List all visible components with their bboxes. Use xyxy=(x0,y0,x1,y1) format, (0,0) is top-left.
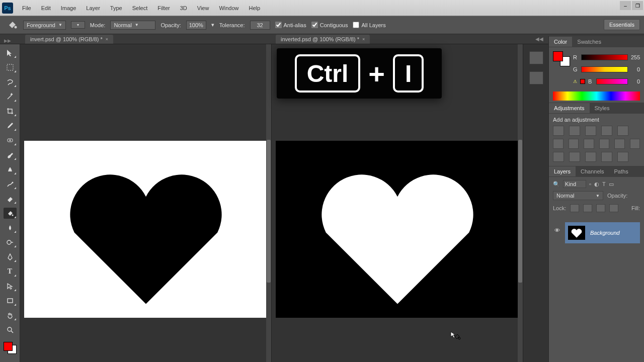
history-brush-tool[interactable] xyxy=(4,178,17,190)
filter-kind-input[interactable] xyxy=(563,180,586,188)
eyedropper-tool[interactable] xyxy=(4,120,17,131)
contiguous-checkbox[interactable]: Contiguous xyxy=(311,22,348,28)
gradient-map-icon[interactable] xyxy=(601,152,612,162)
lock-transparency-icon[interactable] xyxy=(570,204,579,212)
window-restore-button[interactable]: ❐ xyxy=(632,1,643,10)
zoom-tool[interactable] xyxy=(4,324,17,335)
close-icon[interactable]: × xyxy=(362,37,365,42)
tab-swatches[interactable]: Swatches xyxy=(572,37,606,47)
layer-row-background[interactable]: Background xyxy=(565,222,640,243)
menu-type[interactable]: Type xyxy=(105,2,127,14)
lock-pixels-icon[interactable] xyxy=(583,204,592,212)
menu-help[interactable]: Help xyxy=(244,2,266,14)
tab-layers[interactable]: Layers xyxy=(549,166,576,176)
layer-blend-dropdown[interactable]: Normal▼ xyxy=(553,191,603,200)
brightness-icon[interactable] xyxy=(553,126,564,136)
path-select-tool[interactable] xyxy=(4,281,17,292)
fill-source-dropdown[interactable]: Foreground▼ xyxy=(23,21,66,30)
window-minimize-button[interactable]: – xyxy=(620,1,631,10)
pen-tool[interactable] xyxy=(4,251,17,262)
levels-icon[interactable] xyxy=(569,126,580,136)
healing-brush-tool[interactable] xyxy=(4,135,17,146)
threshold-icon[interactable] xyxy=(585,152,596,162)
photo-filter-icon[interactable] xyxy=(584,139,594,149)
exposure-icon[interactable] xyxy=(601,126,612,136)
g-value[interactable]: 0 xyxy=(631,66,640,72)
selective-color-icon[interactable] xyxy=(617,152,628,162)
hue-icon[interactable] xyxy=(553,139,564,149)
toolbar-collapse-icon[interactable]: ▶▶ xyxy=(4,38,11,43)
tab-adjustments[interactable]: Adjustments xyxy=(549,103,590,113)
brush-tool[interactable] xyxy=(4,149,17,160)
lock-position-icon[interactable] xyxy=(596,204,605,212)
layer-visibility-toggle[interactable]: 👁 xyxy=(553,226,561,234)
vertical-scrollbar[interactable] xyxy=(266,44,271,362)
vibrance-icon[interactable] xyxy=(617,126,628,136)
canvas-left[interactable] xyxy=(24,141,267,318)
dodge-tool[interactable] xyxy=(4,237,17,248)
antialias-checkbox[interactable]: Anti-alias xyxy=(275,22,306,28)
document-tab-right[interactable]: inverted.psd @ 100% (RGB/8) * × xyxy=(276,35,370,44)
hand-tool[interactable] xyxy=(4,310,17,321)
marquee-tool[interactable] xyxy=(4,62,17,73)
b-slider[interactable] xyxy=(596,78,628,84)
blur-tool[interactable] xyxy=(4,222,17,233)
menu-file[interactable]: File xyxy=(17,2,36,14)
color-ramp[interactable] xyxy=(553,92,640,101)
more-icon[interactable] xyxy=(630,139,640,149)
invert-icon[interactable] xyxy=(553,152,564,162)
clone-stamp-tool[interactable] xyxy=(4,164,17,175)
move-tool[interactable] xyxy=(4,47,17,58)
g-slider[interactable] xyxy=(581,66,628,72)
b-value[interactable]: 0 xyxy=(631,78,640,84)
filter-type-icon[interactable]: T xyxy=(602,181,606,187)
tolerance-input[interactable] xyxy=(250,21,270,30)
web-color-swatch[interactable] xyxy=(580,79,585,84)
chevron-down-icon[interactable]: ▾ xyxy=(211,22,214,28)
tab-paths[interactable]: Paths xyxy=(609,166,633,176)
menu-layer[interactable]: Layer xyxy=(81,2,105,14)
tab-color[interactable]: Color xyxy=(549,37,572,47)
eraser-tool[interactable] xyxy=(4,193,17,204)
r-value[interactable]: 255 xyxy=(631,54,640,60)
menu-3d[interactable]: 3D xyxy=(175,2,192,14)
color-swatch-pair[interactable] xyxy=(553,51,570,66)
lasso-tool[interactable] xyxy=(4,76,17,87)
lock-all-icon[interactable] xyxy=(609,204,618,212)
panel-collapse-icon[interactable]: ◀◀ xyxy=(535,36,543,42)
bw-icon[interactable] xyxy=(569,139,579,149)
magic-wand-tool[interactable] xyxy=(4,91,17,102)
blend-mode-dropdown[interactable]: Normal▼ xyxy=(110,21,155,30)
type-tool[interactable]: T xyxy=(4,266,17,277)
color-lookup-icon[interactable] xyxy=(614,139,625,149)
properties-panel-icon[interactable] xyxy=(529,71,543,84)
menu-image[interactable]: Image xyxy=(56,2,82,14)
canvas-right[interactable] xyxy=(276,141,519,318)
curves-icon[interactable] xyxy=(585,126,596,136)
tab-channels[interactable]: Channels xyxy=(576,166,609,176)
menu-filter[interactable]: Filter xyxy=(152,2,175,14)
tab-styles[interactable]: Styles xyxy=(590,103,615,113)
workspace-switcher[interactable]: Essentials xyxy=(604,19,640,30)
opacity-input[interactable] xyxy=(186,21,206,30)
all-layers-checkbox[interactable]: All Layers xyxy=(353,22,385,28)
filter-pixel-icon[interactable]: ▫ xyxy=(589,181,591,187)
paint-bucket-tool[interactable] xyxy=(4,208,17,219)
filter-adjust-icon[interactable]: ◐ xyxy=(594,181,599,188)
menu-window[interactable]: Window xyxy=(214,2,244,14)
vertical-scrollbar[interactable] xyxy=(518,44,523,362)
menu-select[interactable]: Select xyxy=(127,2,153,14)
menu-edit[interactable]: Edit xyxy=(36,2,56,14)
channel-mixer-icon[interactable] xyxy=(599,139,610,149)
filter-shape-icon[interactable]: ▭ xyxy=(609,181,614,188)
foreground-background-swatch[interactable] xyxy=(3,341,18,355)
crop-tool[interactable] xyxy=(4,106,17,117)
close-icon[interactable]: × xyxy=(106,37,108,42)
r-slider[interactable] xyxy=(581,54,628,60)
history-panel-icon[interactable] xyxy=(529,51,543,64)
menu-view[interactable]: View xyxy=(192,2,214,14)
posterize-icon[interactable] xyxy=(569,152,580,162)
rectangle-tool[interactable] xyxy=(4,295,17,306)
pattern-picker[interactable]: ▾ xyxy=(71,21,85,29)
filter-kind-icon[interactable]: 🔍 xyxy=(553,181,560,188)
